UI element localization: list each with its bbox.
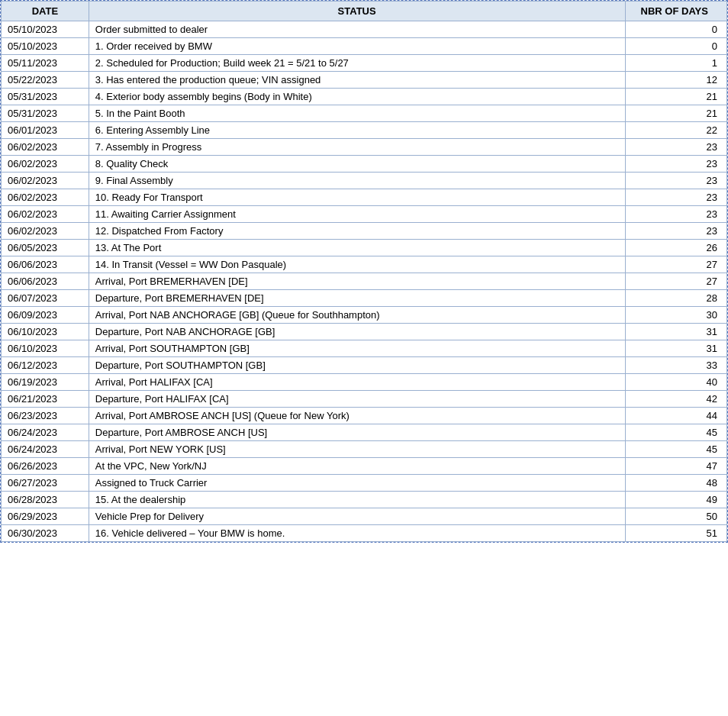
table-row: 06/02/20238. Quality Check23 — [2, 156, 727, 173]
cell-status: 7. Assembly in Progress — [89, 139, 625, 156]
cell-status: Arrival, Port NEW YORK [US] — [89, 441, 625, 458]
cell-status: Departure, Port SOUTHAMPTON [GB] — [89, 357, 625, 374]
cell-date: 05/31/2023 — [2, 89, 89, 105]
table-row: 06/30/202316. Vehicle delivered – Your B… — [2, 525, 727, 542]
cell-status: 4. Exterior body assembly begins (Body i… — [89, 89, 625, 105]
cell-date: 06/10/2023 — [2, 340, 89, 357]
cell-days: 45 — [625, 424, 726, 441]
table-row: 06/02/202311. Awaiting Carrier Assignmen… — [2, 206, 727, 223]
table-row: 05/31/20234. Exterior body assembly begi… — [2, 89, 727, 105]
table-row: 06/02/202310. Ready For Transport23 — [2, 189, 727, 206]
cell-status: 15. At the dealership — [89, 492, 625, 508]
cell-days: 1 — [625, 55, 726, 72]
table-row: 06/10/2023Arrival, Port SOUTHAMPTON [GB]… — [2, 340, 727, 357]
cell-status: 9. Final Assembly — [89, 173, 625, 189]
cell-date: 05/10/2023 — [2, 38, 89, 55]
cell-date: 06/27/2023 — [2, 475, 89, 492]
cell-days: 50 — [625, 508, 726, 525]
header-status: STATUS — [89, 2, 625, 21]
cell-days: 23 — [625, 189, 726, 206]
cell-date: 05/11/2023 — [2, 55, 89, 72]
cell-status: Arrival, Port BREMERHAVEN [DE] — [89, 273, 625, 290]
cell-days: 23 — [625, 156, 726, 173]
cell-status: Departure, Port BREMERHAVEN [DE] — [89, 290, 625, 307]
table-row: 06/24/2023Departure, Port AMBROSE ANCH [… — [2, 424, 727, 441]
cell-status: Departure, Port AMBROSE ANCH [US] — [89, 424, 625, 441]
header-date: DATE — [2, 2, 89, 21]
cell-days: 21 — [625, 105, 726, 122]
cell-days: 23 — [625, 139, 726, 156]
cell-days: 40 — [625, 374, 726, 391]
cell-days: 23 — [625, 206, 726, 223]
cell-days: 28 — [625, 290, 726, 307]
cell-date: 06/12/2023 — [2, 357, 89, 374]
cell-status: 10. Ready For Transport — [89, 189, 625, 206]
table-row: 06/29/2023Vehicle Prep for Delivery50 — [2, 508, 727, 525]
header-days: NBR OF DAYS — [625, 2, 726, 21]
cell-days: 22 — [625, 122, 726, 139]
cell-status: At the VPC, New York/NJ — [89, 458, 625, 475]
table-row: 06/12/2023Departure, Port SOUTHAMPTON [G… — [2, 357, 727, 374]
cell-date: 06/06/2023 — [2, 256, 89, 273]
cell-date: 06/19/2023 — [2, 374, 89, 391]
cell-days: 0 — [625, 21, 726, 38]
cell-status: Arrival, Port HALIFAX [CA] — [89, 374, 625, 391]
table-row: 06/27/2023Assigned to Truck Carrier48 — [2, 475, 727, 492]
cell-date: 06/24/2023 — [2, 441, 89, 458]
table-row: 06/19/2023Arrival, Port HALIFAX [CA]40 — [2, 374, 727, 391]
table-header-row: DATE STATUS NBR OF DAYS — [2, 2, 727, 21]
cell-date: 06/02/2023 — [2, 206, 89, 223]
tracking-table-container: DATE STATUS NBR OF DAYS 05/10/2023Order … — [0, 0, 728, 543]
cell-days: 26 — [625, 240, 726, 256]
table-row: 06/24/2023Arrival, Port NEW YORK [US]45 — [2, 441, 727, 458]
table-row: 06/28/202315. At the dealership49 — [2, 492, 727, 508]
cell-days: 21 — [625, 89, 726, 105]
cell-date: 06/01/2023 — [2, 122, 89, 139]
cell-date: 06/26/2023 — [2, 458, 89, 475]
table-row: 05/10/2023Order submitted to dealer0 — [2, 21, 727, 38]
cell-status: 12. Dispatched From Factory — [89, 223, 625, 240]
table-row: 05/22/20233. Has entered the production … — [2, 72, 727, 89]
table-row: 06/07/2023Departure, Port BREMERHAVEN [D… — [2, 290, 727, 307]
cell-date: 05/10/2023 — [2, 21, 89, 38]
table-row: 06/01/20236. Entering Assembly Line22 — [2, 122, 727, 139]
cell-days: 31 — [625, 324, 726, 340]
cell-date: 06/02/2023 — [2, 223, 89, 240]
table-row: 05/11/20232. Scheduled for Production; B… — [2, 55, 727, 72]
cell-date: 06/23/2023 — [2, 408, 89, 424]
cell-status: 5. In the Paint Booth — [89, 105, 625, 122]
cell-days: 23 — [625, 223, 726, 240]
cell-date: 06/06/2023 — [2, 273, 89, 290]
cell-status: 1. Order received by BMW — [89, 38, 625, 55]
cell-status: Arrival, Port NAB ANCHORAGE [GB] (Queue … — [89, 307, 625, 324]
cell-days: 47 — [625, 458, 726, 475]
cell-date: 06/21/2023 — [2, 391, 89, 408]
cell-date: 05/31/2023 — [2, 105, 89, 122]
table-row: 06/26/2023At the VPC, New York/NJ47 — [2, 458, 727, 475]
cell-days: 0 — [625, 38, 726, 55]
cell-days: 51 — [625, 525, 726, 542]
table-row: 06/10/2023Departure, Port NAB ANCHORAGE … — [2, 324, 727, 340]
cell-days: 44 — [625, 408, 726, 424]
cell-days: 49 — [625, 492, 726, 508]
cell-days: 23 — [625, 173, 726, 189]
cell-days: 30 — [625, 307, 726, 324]
cell-status: Assigned to Truck Carrier — [89, 475, 625, 492]
cell-status: 6. Entering Assembly Line — [89, 122, 625, 139]
cell-status: Arrival, Port AMBROSE ANCH [US] (Queue f… — [89, 408, 625, 424]
cell-status: 14. In Transit (Vessel = WW Don Pasquale… — [89, 256, 625, 273]
cell-days: 12 — [625, 72, 726, 89]
table-row: 06/05/202313. At The Port26 — [2, 240, 727, 256]
cell-status: Departure, Port HALIFAX [CA] — [89, 391, 625, 408]
cell-date: 06/02/2023 — [2, 156, 89, 173]
table-row: 06/02/20239. Final Assembly23 — [2, 173, 727, 189]
cell-status: Vehicle Prep for Delivery — [89, 508, 625, 525]
cell-date: 06/02/2023 — [2, 139, 89, 156]
cell-status: 16. Vehicle delivered – Your BMW is home… — [89, 525, 625, 542]
cell-date: 06/24/2023 — [2, 424, 89, 441]
cell-days: 27 — [625, 256, 726, 273]
table-row: 06/06/202314. In Transit (Vessel = WW Do… — [2, 256, 727, 273]
cell-status: 3. Has entered the production queue; VIN… — [89, 72, 625, 89]
table-row: 06/23/2023Arrival, Port AMBROSE ANCH [US… — [2, 408, 727, 424]
cell-status: Arrival, Port SOUTHAMPTON [GB] — [89, 340, 625, 357]
